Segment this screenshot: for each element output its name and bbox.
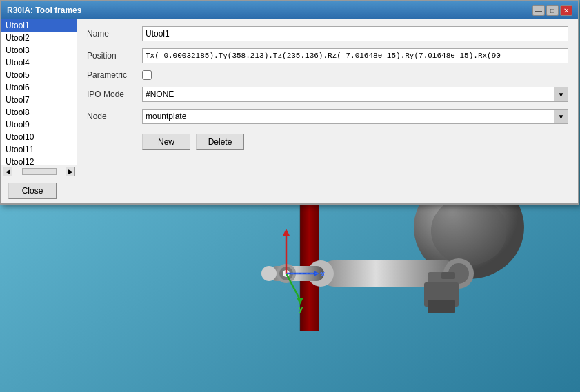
list-item[interactable]: Utool5 <box>1 69 77 81</box>
delete-button[interactable]: Delete <box>196 134 244 150</box>
parametric-checkbox[interactable] <box>142 70 152 80</box>
list-item[interactable]: Utool11 <box>1 143 77 156</box>
list-nav-bar: ◀ ▶ <box>1 165 77 178</box>
name-input[interactable] <box>142 26 568 41</box>
name-row: Name <box>87 26 568 41</box>
svg-text:y: y <box>299 305 303 313</box>
svg-point-5 <box>431 196 507 265</box>
tool-frames-dialog: R30iA: Tool frames — □ ✕ Utool1Utool2Uto… <box>0 0 579 205</box>
list-item[interactable]: Utool6 <box>1 81 77 94</box>
list-item[interactable]: Utool10 <box>1 131 77 143</box>
window-controls: — □ ✕ <box>532 5 572 16</box>
title-bar: R30iA: Tool frames — □ ✕ <box>1 1 578 19</box>
node-select-wrapper: mountplateflangebase ▼ <box>142 109 568 124</box>
dialog-title: R30iA: Tool frames <box>7 6 81 15</box>
list-item[interactable]: Utool2 <box>1 32 77 44</box>
node-label: Node <box>87 112 142 121</box>
position-label: Position <box>87 51 142 61</box>
list-item[interactable]: Utool3 <box>1 44 77 56</box>
list-scroll-left-button[interactable]: ◀ <box>3 167 12 176</box>
svg-text:x: x <box>321 269 326 278</box>
ipo-mode-select[interactable]: #NONELINEARJOINT <box>142 87 568 102</box>
list-item[interactable]: Utool1 <box>1 19 77 32</box>
list-item[interactable]: Utool7 <box>1 94 77 106</box>
svg-rect-19 <box>428 300 455 313</box>
position-input[interactable] <box>142 48 568 63</box>
utool-list-scroll[interactable]: Utool1Utool2Utool3Utool4Utool5Utool6Utoo… <box>1 19 77 165</box>
list-item[interactable]: Utool8 <box>1 106 77 118</box>
parametric-label: Parametric <box>87 70 142 80</box>
list-scroll-right-button[interactable]: ▶ <box>66 167 75 176</box>
list-scroll-thumb <box>22 168 57 175</box>
minimize-button[interactable]: — <box>532 5 545 16</box>
dialog-footer: Close <box>1 178 578 203</box>
maximize-button[interactable]: □ <box>546 5 559 16</box>
list-item[interactable]: Utool9 <box>1 118 77 131</box>
svg-point-11 <box>261 266 277 281</box>
position-row: Position <box>87 48 568 63</box>
dialog-body: Utool1Utool2Utool3Utool4Utool5Utool6Utoo… <box>1 19 578 178</box>
svg-rect-15 <box>441 272 455 279</box>
parametric-row: Parametric <box>87 70 568 80</box>
name-label: Name <box>87 29 142 39</box>
ipo-mode-select-wrapper: #NONELINEARJOINT ▼ <box>142 87 568 102</box>
list-item[interactable]: Utool12 <box>1 156 77 165</box>
ipo-mode-row: IPO Mode #NONELINEARJOINT ▼ <box>87 87 568 102</box>
new-button[interactable]: New <box>142 134 190 150</box>
list-item[interactable]: Utool4 <box>1 56 77 69</box>
utool-list-panel: Utool1Utool2Utool3Utool4Utool5Utool6Utoo… <box>1 19 77 178</box>
node-row: Node mountplateflangebase ▼ <box>87 109 568 124</box>
close-button[interactable]: Close <box>8 183 57 199</box>
node-select[interactable]: mountplateflangebase <box>142 109 568 124</box>
form-panel: Name Position Parametric IPO Mode #NONEL… <box>77 19 578 178</box>
ipo-mode-label: IPO Mode <box>87 90 142 99</box>
form-buttons: New Delete <box>142 134 568 150</box>
window-close-button[interactable]: ✕ <box>560 5 572 16</box>
